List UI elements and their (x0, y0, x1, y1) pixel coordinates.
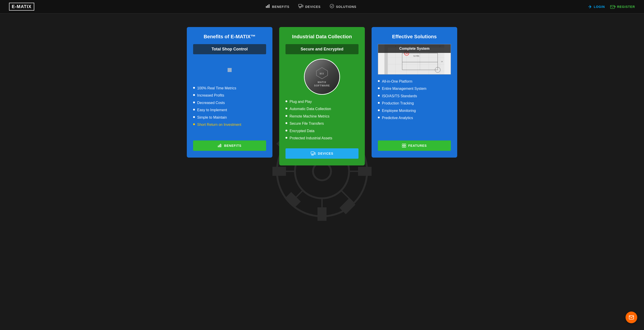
list-item: Protected Industrial Assets (286, 136, 358, 141)
list-item-text: Decreased Costs (197, 100, 225, 105)
main-content: Benefits of E-MATIX™ Total Shop Control … (0, 13, 644, 330)
nav-item-devices[interactable]: DEVICES (298, 4, 320, 9)
device-image-inner: MX MATIXSOFTWARE (305, 59, 339, 94)
list-item-text: Predictive Analytics (382, 115, 413, 120)
bullet-dot (378, 102, 380, 104)
list-item-text: Increased Profits (197, 93, 224, 98)
bullet-dot (378, 117, 380, 118)
solutions-card-title: Effective Solutions (378, 34, 451, 40)
list-item: Production Tracking (378, 101, 451, 106)
svg-rect-69 (404, 144, 406, 145)
list-item: ISO/AS/TS Standards (378, 94, 451, 99)
nav-right: LOGIN REGISTER (588, 4, 635, 9)
bullet-dot (286, 122, 287, 124)
list-item: 100% Real Time Metrics (193, 86, 266, 91)
list-item-text: Secure File Transfers (290, 121, 324, 126)
bullet-dot (286, 130, 287, 131)
svg-rect-32 (219, 145, 220, 147)
list-item-text: Entire Management System (382, 86, 426, 91)
svg-rect-0 (266, 6, 267, 8)
svg-rect-3 (298, 4, 302, 6)
svg-rect-2 (268, 4, 270, 8)
list-item-text: All-in-One Platform (382, 79, 412, 84)
nav-devices-label: DEVICES (305, 5, 320, 8)
devices-image-area: MX MATIXSOFTWARE (286, 59, 358, 95)
devices-card-title: Industrial Data Collection (286, 34, 358, 40)
bullet-dot (193, 116, 195, 118)
svg-rect-18 (358, 167, 372, 176)
list-item-text: Automatic Data Collection (290, 106, 331, 111)
svg-rect-1 (267, 5, 268, 8)
list-item: Encrypted Data (286, 129, 358, 133)
register-button[interactable]: REGISTER (610, 4, 635, 9)
devices-button[interactable]: DEVICES (286, 148, 358, 159)
list-item-text: 100% Real Time Metrics (197, 86, 236, 91)
svg-rect-22 (340, 198, 356, 214)
svg-point-7 (330, 4, 334, 8)
benefits-image-area (193, 59, 266, 81)
list-item: Plug and Play (286, 99, 358, 104)
bullet-dot (193, 109, 195, 110)
benefits-card: Benefits of E-MATIX™ Total Shop Control … (187, 27, 272, 158)
svg-rect-9 (610, 5, 614, 8)
solutions-subtitle-text: Complete System (399, 47, 430, 50)
benefits-bullet-list: 100% Real Time Metrics Increased Profits… (193, 86, 266, 135)
list-item: Remote Machine Metrics (286, 114, 358, 119)
svg-rect-17 (272, 167, 286, 176)
list-item: Predictive Analytics (378, 115, 451, 120)
bullet-dot (378, 87, 380, 89)
benefits-button-label: BENEFITS (224, 144, 241, 147)
benefits-card-title: Benefits of E-MATIX™ (193, 34, 266, 40)
login-label: LOGIN (594, 5, 605, 8)
list-item: Entire Management System (378, 86, 451, 91)
svg-text:2X: 2X (441, 61, 443, 62)
device-image: MX MATIXSOFTWARE (304, 59, 340, 95)
login-button[interactable]: LOGIN (588, 4, 605, 9)
list-item-text: ISO/AS/TS Standards (382, 94, 417, 99)
benefits-button[interactable]: BENEFITS (193, 140, 266, 151)
cad-image: 5 4 3 34 X(2.598) (378, 44, 451, 74)
svg-rect-40 (314, 153, 316, 154)
bullet-dot (193, 94, 195, 96)
list-item-text: Remote Machine Metrics (290, 114, 330, 119)
list-item: Employee Monitoring (378, 108, 451, 113)
svg-rect-4 (299, 7, 301, 8)
devices-bullet-list: Plug and Play Automatic Data Collection … (286, 99, 358, 143)
list-item-text: Easy to Implement (197, 108, 227, 113)
solutions-image-container: 5 4 3 34 X(2.598) (378, 44, 451, 74)
nav-item-benefits[interactable]: BENEFITS (266, 4, 289, 9)
devices-button-label: DEVICES (318, 152, 333, 155)
register-icon (610, 4, 616, 9)
devices-card: Industrial Data Collection Secure and En… (279, 27, 365, 165)
svg-rect-37 (311, 152, 314, 154)
benefits-image-placeholder (228, 68, 232, 72)
bullet-dot-yellow (193, 123, 195, 125)
devices-icon (298, 4, 303, 9)
devices-subtitle: Secure and Encrypted (286, 44, 358, 54)
device-logo: MX (315, 66, 329, 81)
svg-rect-34 (221, 144, 222, 147)
list-item: Decreased Costs (193, 100, 266, 105)
bullet-dot (286, 100, 287, 102)
svg-line-30 (341, 190, 354, 203)
logo[interactable]: E-MATIX (9, 3, 34, 10)
navbar: E-MATIX BENEFITS DEVICES (0, 0, 644, 13)
svg-text:X(2.598): X(2.598) (413, 55, 419, 57)
list-item: Easy to Implement (193, 108, 266, 113)
email-icon (629, 315, 634, 320)
features-button-label: FEATURES (408, 144, 427, 147)
bullet-dot (286, 108, 287, 109)
bullet-dot (286, 137, 287, 139)
bullet-dot (193, 87, 195, 89)
benefits-subtitle: Total Shop Control (193, 44, 266, 54)
bullet-dot (378, 109, 380, 111)
register-label: REGISTER (617, 5, 635, 8)
features-button[interactable]: FEATURES (378, 140, 451, 151)
svg-rect-70 (402, 146, 404, 147)
list-item: Simple to Maintain (193, 115, 266, 120)
list-item-text: Employee Monitoring (382, 108, 416, 113)
fab-button[interactable] (626, 312, 637, 323)
list-item-text-highlight: Short Return on Investment (197, 122, 241, 127)
nav-item-solutions[interactable]: SOLUTIONS (330, 4, 356, 9)
bullet-dot (193, 101, 195, 103)
